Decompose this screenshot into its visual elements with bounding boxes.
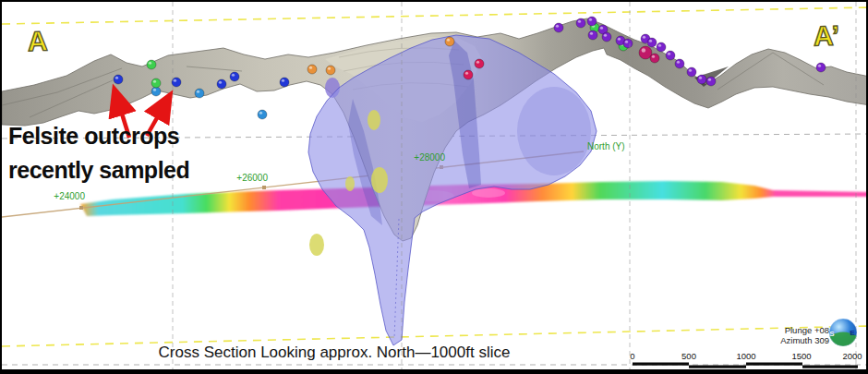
section-caption: Cross Section Looking approx. North—1000…: [103, 344, 565, 362]
scale-bar: 0 500 1000 1500 2000: [630, 351, 862, 368]
sample-point-highlight: [604, 34, 607, 37]
felsite-pod: [345, 176, 355, 191]
sample-point-highlight: [309, 66, 312, 69]
felsite-annotation-line1: Felsite outcrops: [8, 119, 189, 153]
felsite-pod: [309, 234, 324, 256]
axis-tick-label: +28000: [414, 152, 445, 163]
sample-point: [706, 77, 716, 86]
grid-yellow-top: [2, 7, 868, 24]
sample-point-highlight: [658, 44, 661, 47]
scale-segment: [633, 363, 689, 366]
axis-tick-label: +24000: [54, 191, 85, 201]
sample-point: [650, 54, 659, 63]
sample-point: [623, 39, 633, 48]
sample-point-highlight: [642, 48, 645, 52]
sample-point-highlight: [668, 53, 670, 55]
sample-point-highlight: [590, 32, 593, 35]
sample-point: [147, 60, 156, 69]
sample-point: [588, 30, 597, 40]
compass-west-label: S: [829, 330, 835, 338]
sample-point-highlight: [689, 69, 692, 72]
sample-point: [576, 18, 585, 28]
sample-point: [151, 87, 161, 96]
view-orientation-info: Plunge +08 Azimuth 309: [741, 325, 829, 345]
sample-point-highlight: [174, 79, 176, 82]
scale-label: 1000: [736, 351, 755, 361]
sample-point-highlight: [589, 18, 592, 21]
section-end-label: A’: [813, 20, 840, 53]
felsite-pod: [371, 167, 388, 193]
sample-point: [217, 79, 226, 89]
sample-point-highlight: [818, 65, 821, 67]
felsite-annotation: Felsite outcrops recently sampled: [8, 119, 189, 187]
sample-point: [464, 70, 473, 79]
sample-point-highlight: [677, 61, 680, 64]
scale-segment: [689, 366, 746, 368]
sample-point: [258, 110, 267, 119]
sample-point-highlight: [219, 81, 222, 84]
sample-point-highlight: [115, 77, 118, 79]
model-lobe-shade: [517, 87, 591, 175]
sample-point-highlight: [465, 72, 468, 75]
cross-section-scene: +24000 +26000 +28000 North (Y) 0 500 100…: [2, 2, 868, 374]
sample-point: [666, 51, 675, 60]
sample-point: [816, 63, 826, 72]
sample-point: [230, 72, 239, 81]
sample-point-highlight: [578, 20, 581, 23]
sample-point-highlight: [708, 78, 711, 81]
axis-tick-mark: [79, 206, 83, 210]
orientation-globe-icon[interactable]: S E: [829, 319, 857, 346]
sample-point-highlight: [618, 38, 621, 41]
axis-tick-mark: [262, 186, 266, 189]
sample-point: [151, 78, 161, 88]
sample-point: [697, 75, 706, 84]
sample-point-highlight: [149, 62, 151, 65]
sample-point-highlight: [625, 41, 628, 43]
azimuth-value: Azimuth 309: [741, 335, 829, 345]
compass-east-label: E: [850, 329, 855, 337]
sample-point: [647, 38, 657, 47]
sample-point: [687, 67, 696, 77]
sample-point: [445, 37, 454, 46]
felsite-pod: [368, 110, 380, 130]
sample-point: [602, 32, 611, 42]
sample-point: [657, 42, 666, 52]
scale-label: 0: [630, 351, 634, 361]
sample-point-highlight: [232, 74, 235, 77]
sample-point-highlight: [476, 61, 479, 64]
sample-point: [554, 23, 563, 32]
sample-point-highlight: [282, 79, 284, 82]
sample-point: [114, 75, 123, 84]
scale-label: 1500: [791, 351, 811, 361]
sample-point-highlight: [649, 40, 652, 42]
scale-segment: [802, 366, 858, 368]
heatmap-high-patch: [472, 188, 505, 198]
sample-point-highlight: [652, 55, 655, 58]
sample-point-highlight: [153, 80, 156, 83]
sample-point: [675, 59, 684, 68]
sample-point-highlight: [328, 67, 331, 70]
sample-point-highlight: [197, 90, 199, 93]
axis-name-label: North (Y): [587, 141, 625, 151]
sample-point-highlight: [643, 36, 645, 39]
sample-point: [307, 65, 317, 74]
sample-point: [195, 89, 204, 98]
plunge-value: Plunge +08: [741, 325, 829, 335]
sample-point-highlight: [153, 89, 156, 91]
scale-label: 500: [681, 351, 696, 361]
scale-label: 2000: [842, 351, 862, 361]
sample-point-highlight: [600, 27, 603, 30]
sample-point-highlight: [556, 25, 559, 28]
sample-point: [326, 66, 335, 75]
section-start-label: A: [27, 26, 48, 58]
sample-point: [587, 17, 597, 26]
sample-point-highlight: [447, 39, 450, 42]
sample-point-highlight: [259, 112, 262, 115]
3d-section-viewport[interactable]: +24000 +26000 +28000 North (Y) 0 500 100…: [0, 0, 868, 374]
felsite-annotation-line2: recently sampled: [8, 153, 189, 187]
sample-point: [280, 78, 289, 87]
sample-point-highlight: [699, 77, 702, 79]
scale-segment: [746, 363, 802, 366]
sample-point: [475, 59, 484, 68]
axis-tick-label: +26000: [236, 173, 268, 183]
